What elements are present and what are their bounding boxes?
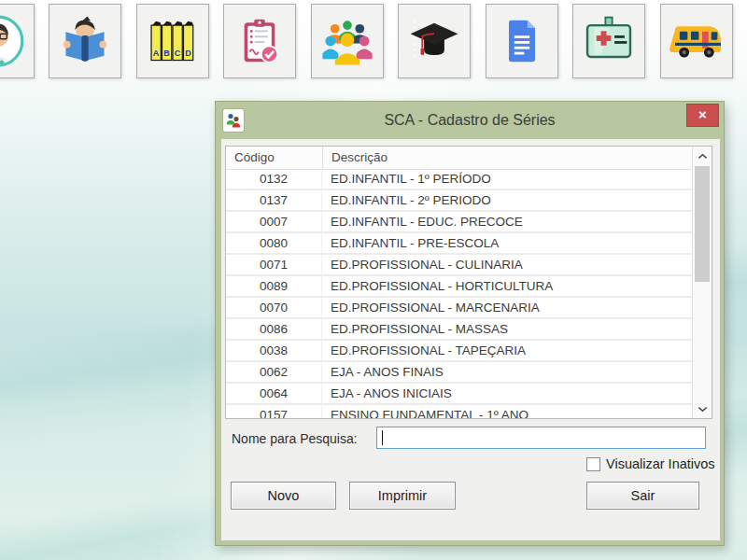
document-icon	[496, 15, 548, 67]
cell-codigo: 0089	[226, 276, 322, 296]
search-input[interactable]	[377, 427, 705, 448]
health-card-icon	[582, 14, 636, 68]
cell-codigo: 0062	[226, 362, 322, 382]
cell-codigo: 0070	[226, 298, 322, 317]
cell-codigo: 0086	[226, 319, 322, 339]
cell-codigo: 0137	[226, 190, 322, 210]
close-icon: ×	[698, 106, 707, 122]
cell-codigo: 0071	[226, 255, 322, 274]
scrollbar-thumb[interactable]	[695, 166, 710, 282]
scroll-up-icon[interactable]	[693, 148, 712, 163]
column-header-descricao[interactable]: Descrição	[322, 147, 692, 169]
dialog-titlebar[interactable]: SCA - Cadastro de Séries ×	[216, 102, 724, 139]
cell-descricao: ED.PROFISSIONAL - CULINARIA	[322, 255, 523, 274]
cell-descricao: ED.INFANTIL - PRE-ESCOLA	[322, 233, 499, 253]
column-header-codigo[interactable]: Código	[226, 147, 322, 169]
table-row[interactable]: 0007 ED.INFANTIL - EDUC. PRECOCE	[226, 212, 692, 233]
school-bus-icon	[669, 14, 724, 68]
cell-descricao: ENSINO FUNDAMENTAL - 1º ANO	[322, 405, 529, 418]
sair-button[interactable]: Sair	[586, 482, 699, 510]
search-label: Nome para Pesquisa:	[232, 431, 358, 446]
series-listbox: Código Descrição 0132 ED.INFANTIL - 1º P…	[225, 146, 712, 419]
table-row[interactable]: 0064 EJA - ANOS INICIAIS	[226, 384, 692, 405]
table-row[interactable]: 0089 ED.PROFISSIONAL - HORTICULTURA	[226, 276, 692, 298]
people-group-icon	[320, 14, 374, 68]
toolbar-button-clipboard[interactable]	[223, 4, 296, 78]
dialog-cadastro-series: SCA - Cadastro de Séries × Código Descri…	[215, 101, 725, 546]
novo-button[interactable]: Novo	[231, 482, 336, 510]
toolbar-button-books-abcd[interactable]: ABCD	[136, 4, 209, 78]
cell-codigo: 0038	[226, 341, 322, 360]
clipboard-check-icon	[233, 15, 286, 67]
table-body: 0132 ED.INFANTIL - 1º PERÍODO 0137 ED.IN…	[226, 169, 692, 418]
table-row[interactable]: 0132 ED.INFANTIL - 1º PERÍODO	[226, 169, 692, 190]
visualizar-inativos-label: Visualizar Inativos	[606, 456, 715, 471]
toolbar-button-reading[interactable]	[49, 4, 121, 78]
cell-descricao: EJA - ANOS FINAIS	[322, 362, 444, 382]
svg-text:B: B	[163, 49, 170, 58]
graduation-cap-icon	[407, 14, 461, 68]
imprimir-button[interactable]: Imprimir	[349, 482, 456, 510]
toolbar-button-people[interactable]	[311, 4, 384, 78]
cell-descricao: ED.PROFISSIONAL - MASSAS	[322, 319, 508, 339]
svg-text:C: C	[175, 49, 181, 58]
table-row[interactable]: 0086 ED.PROFISSIONAL - MASSAS	[226, 319, 692, 341]
cell-descricao: ED.INFANTIL - EDUC. PRECOCE	[322, 212, 523, 231]
cell-codigo: 0007	[226, 212, 322, 231]
cell-codigo: 0064	[226, 384, 322, 403]
cell-descricao: ED.PROFISSIONAL - TAPEÇARIA	[322, 341, 526, 360]
doctor-avatar-icon	[0, 12, 27, 70]
scroll-down-icon[interactable]	[693, 401, 712, 416]
cell-descricao: EJA - ANOS INICIAIS	[322, 384, 452, 403]
table-row[interactable]: 0080 ED.INFANTIL - PRE-ESCOLA	[226, 233, 692, 255]
toolbar-button-health-card[interactable]	[572, 4, 645, 78]
dialog-title: SCA - Cadastro de Séries	[272, 102, 668, 139]
close-button[interactable]: ×	[686, 104, 719, 127]
reading-book-icon	[58, 14, 112, 68]
svg-text:D: D	[185, 49, 191, 58]
people-small-icon	[223, 109, 244, 132]
toolbar-button-school-bus[interactable]	[660, 4, 733, 78]
cell-descricao: ED.INFANTIL - 1º PERÍODO	[322, 169, 491, 189]
cell-codigo: 0132	[226, 169, 322, 189]
cell-codigo: 0157	[226, 405, 322, 418]
cell-codigo: 0080	[226, 233, 322, 253]
toolbar-button-graduation[interactable]	[398, 4, 471, 78]
table-row[interactable]: 0157 ENSINO FUNDAMENTAL - 1º ANO	[226, 405, 692, 418]
table-row[interactable]: 0137 ED.INFANTIL - 2º PERIODO	[226, 190, 692, 212]
table-row[interactable]: 0070 ED.PROFISSIONAL - MARCENARIA	[226, 298, 692, 319]
cell-descricao: ED.INFANTIL - 2º PERIODO	[322, 190, 491, 210]
cell-descricao: ED.PROFISSIONAL - MARCENARIA	[322, 298, 540, 317]
svg-text:A: A	[153, 49, 160, 58]
table-header: Código Descrição	[226, 147, 692, 170]
toolbar-button-document[interactable]	[486, 4, 558, 78]
vertical-scrollbar[interactable]	[692, 147, 712, 418]
table-row[interactable]: 0062 EJA - ANOS FINAIS	[226, 362, 692, 384]
dialog-body: Código Descrição 0132 ED.INFANTIL - 1º P…	[221, 139, 720, 540]
search-input-wrap	[376, 427, 706, 449]
desktop-background: ABCD	[0, 0, 747, 560]
visualizar-inativos-checkbox[interactable]	[586, 457, 600, 471]
books-abcd-icon: ABCD	[146, 14, 200, 68]
cell-descricao: ED.PROFISSIONAL - HORTICULTURA	[322, 276, 553, 296]
table-row[interactable]: 0038 ED.PROFISSIONAL - TAPEÇARIA	[226, 341, 692, 362]
text-caret	[382, 430, 383, 445]
toolbar-button-doctor[interactable]	[0, 4, 35, 78]
table-row[interactable]: 0071 ED.PROFISSIONAL - CULINARIA	[226, 255, 692, 276]
